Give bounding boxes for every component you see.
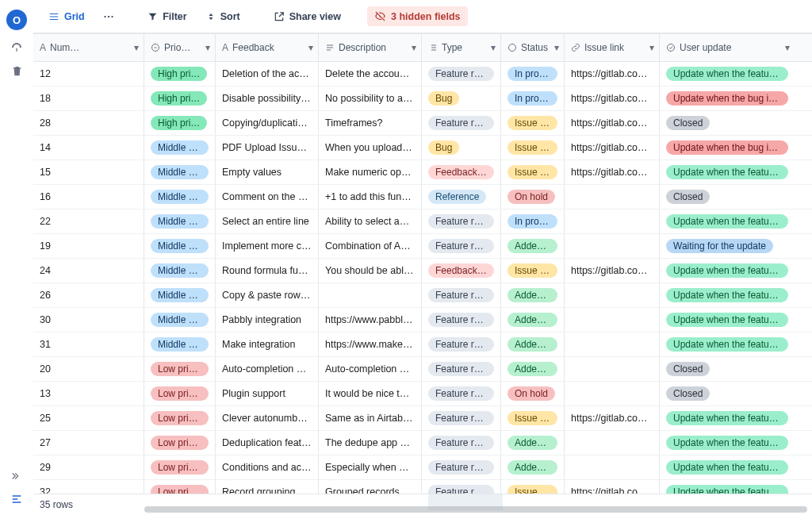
chevron-down-icon[interactable]: ▾ bbox=[134, 42, 139, 53]
cell-number[interactable]: 26 bbox=[33, 283, 144, 307]
cell-user-update[interactable]: Update when the feature i… bbox=[660, 283, 795, 307]
cell-priority[interactable]: Low prio… bbox=[144, 480, 216, 494]
table-row[interactable]: 28High pri…Copying/duplicatin…Timeframes… bbox=[33, 111, 812, 136]
cell-status[interactable]: Issue cre… bbox=[501, 111, 565, 135]
table-row[interactable]: 22Middle p…Select an entire lineAbility … bbox=[33, 209, 812, 234]
cell-link[interactable] bbox=[565, 234, 660, 258]
cell-status[interactable]: In progr… bbox=[501, 62, 565, 86]
table-row[interactable]: 14Middle p…PDF Upload Issues …When you u… bbox=[33, 136, 812, 160]
cell-status[interactable]: In progr… bbox=[501, 86, 565, 110]
chevron-down-icon[interactable]: ▾ bbox=[491, 42, 496, 53]
cell-status[interactable]: Issue cre… bbox=[501, 136, 565, 159]
cell-type[interactable]: Feature requ… bbox=[422, 234, 501, 258]
cell-type[interactable]: Feature requ… bbox=[422, 62, 501, 86]
cell-number[interactable]: 25 bbox=[33, 406, 144, 430]
chevron-down-icon[interactable]: ▾ bbox=[554, 42, 559, 53]
cell-feedback[interactable]: Copy & paste rows … bbox=[216, 283, 319, 307]
cell-user-update[interactable]: Update when the feature i… bbox=[660, 406, 795, 430]
cell-feedback[interactable]: Empty values bbox=[216, 160, 319, 184]
col-type[interactable]: Type ▾ bbox=[422, 34, 501, 61]
cell-status[interactable]: Added t… bbox=[501, 455, 565, 479]
col-issue-link[interactable]: Issue link ▾ bbox=[565, 34, 660, 61]
cell-feedback[interactable]: Conditions and acti… bbox=[216, 455, 319, 479]
cell-user-update[interactable]: Update when the feature i… bbox=[660, 259, 795, 282]
cell-status[interactable]: Issue cre… bbox=[501, 259, 565, 282]
dashboard-icon[interactable] bbox=[10, 41, 23, 54]
col-user-update[interactable]: User update ▾ bbox=[660, 34, 795, 61]
table-row[interactable]: 26Middle p…Copy & paste rows …Feature re… bbox=[33, 283, 812, 308]
cell-feedback[interactable]: Clever autonumber… bbox=[216, 406, 319, 430]
cell-feedback[interactable]: Auto-completion of… bbox=[216, 357, 319, 381]
cell-priority[interactable]: Low prio… bbox=[144, 455, 216, 479]
chevron-down-icon[interactable]: ▾ bbox=[649, 42, 654, 53]
cell-user-update[interactable]: Update when the feature i… bbox=[660, 431, 795, 455]
cell-link[interactable]: https://gitlab.com… bbox=[565, 259, 660, 282]
cell-type[interactable]: Reference bbox=[422, 185, 501, 209]
cell-priority[interactable]: Middle p… bbox=[144, 136, 216, 159]
cell-number[interactable]: 28 bbox=[33, 111, 144, 135]
cell-type[interactable]: Feature requ… bbox=[422, 455, 501, 479]
chevron-down-icon[interactable]: ▾ bbox=[412, 42, 416, 53]
cell-priority[interactable]: Low prio… bbox=[144, 406, 216, 430]
cell-priority[interactable]: Middle p… bbox=[144, 160, 216, 184]
cell-number[interactable]: 27 bbox=[33, 431, 144, 455]
chevron-down-icon[interactable]: ▾ bbox=[205, 42, 210, 53]
cell-link[interactable]: https://gitlab.com… bbox=[565, 62, 660, 86]
cell-description[interactable]: No possibility to ad… bbox=[319, 86, 422, 110]
cell-status[interactable]: Issue cre… bbox=[501, 160, 565, 184]
cell-link[interactable] bbox=[565, 209, 660, 233]
sort-button[interactable]: Sort bbox=[199, 7, 247, 26]
cell-link[interactable] bbox=[565, 382, 660, 405]
view-more-button[interactable]: ··· bbox=[97, 7, 121, 26]
cell-status[interactable]: Added t… bbox=[501, 431, 565, 455]
cell-number[interactable]: 22 bbox=[33, 209, 144, 233]
col-description[interactable]: Description ▾ bbox=[319, 34, 422, 61]
cell-description[interactable]: Grouped records fe… bbox=[319, 480, 422, 494]
cell-link[interactable] bbox=[565, 185, 660, 209]
cell-description[interactable]: Same as in Airtable:… bbox=[319, 406, 422, 430]
cell-priority[interactable]: Middle p… bbox=[144, 332, 216, 356]
table-row[interactable]: 13Low prio…Plugin supportIt would be nic… bbox=[33, 382, 812, 406]
chevron-down-icon[interactable]: ▾ bbox=[785, 42, 790, 53]
cell-description[interactable]: Ability to select an e… bbox=[319, 209, 422, 233]
cell-type[interactable]: Feature requ… bbox=[422, 308, 501, 332]
cell-type[interactable]: Feature requ… bbox=[422, 431, 501, 455]
cell-link[interactable]: https://gitlab.com… bbox=[565, 86, 660, 110]
cell-feedback[interactable]: Copying/duplicatin… bbox=[216, 111, 319, 135]
table-row[interactable]: 30Middle p…Pabbly integrationhttps://www… bbox=[33, 308, 812, 332]
cell-number[interactable]: 32 bbox=[33, 480, 144, 494]
cell-feedback[interactable]: PDF Upload Issues … bbox=[216, 136, 319, 159]
cell-description[interactable]: https://www.pabbly.… bbox=[319, 308, 422, 332]
cell-user-update[interactable]: Closed bbox=[660, 382, 795, 405]
cell-description[interactable]: Auto-completion of … bbox=[319, 357, 422, 381]
table-row[interactable]: 12High pri…Deletion of the acc…Delete th… bbox=[33, 62, 812, 86]
cell-link[interactable] bbox=[565, 431, 660, 455]
cell-number[interactable]: 29 bbox=[33, 455, 144, 479]
cell-link[interactable] bbox=[565, 308, 660, 332]
cell-number[interactable]: 24 bbox=[33, 259, 144, 282]
cell-feedback[interactable]: Make integration bbox=[216, 332, 319, 356]
cell-status[interactable]: Added t… bbox=[501, 357, 565, 381]
col-number[interactable]: ANum… ▾ bbox=[33, 34, 144, 61]
expand-icon[interactable] bbox=[11, 471, 22, 482]
chevron-down-icon[interactable]: ▾ bbox=[308, 42, 313, 53]
cell-description[interactable]: Especially when we… bbox=[319, 455, 422, 479]
trash-icon[interactable] bbox=[11, 65, 23, 77]
cell-type[interactable]: Feature requ… bbox=[422, 209, 501, 233]
cell-priority[interactable]: Middle p… bbox=[144, 283, 216, 307]
table-row[interactable]: 32Low prio…Record groupingGrouped record… bbox=[33, 480, 812, 494]
hidden-fields-button[interactable]: 3 hidden fields bbox=[367, 6, 468, 26]
horizontal-scrollbar[interactable] bbox=[144, 506, 807, 513]
cell-type[interactable]: Bug bbox=[422, 136, 501, 159]
workspace-avatar[interactable]: O bbox=[6, 10, 27, 30]
cell-description[interactable]: Combination of AN… bbox=[319, 234, 422, 258]
cell-priority[interactable]: Middle p… bbox=[144, 209, 216, 233]
cell-user-update[interactable]: Closed bbox=[660, 111, 795, 135]
cell-type[interactable]: Feature requ… bbox=[422, 332, 501, 356]
cell-user-update[interactable]: Update when the feature i… bbox=[660, 480, 795, 494]
cell-number[interactable]: 14 bbox=[33, 136, 144, 159]
cell-description[interactable]: https://www.make.c… bbox=[319, 332, 422, 356]
cell-number[interactable]: 31 bbox=[33, 332, 144, 356]
cell-type[interactable]: Feature requ… bbox=[422, 382, 501, 405]
table-row[interactable]: 15Middle p…Empty valuesMake numeric oper… bbox=[33, 160, 812, 185]
